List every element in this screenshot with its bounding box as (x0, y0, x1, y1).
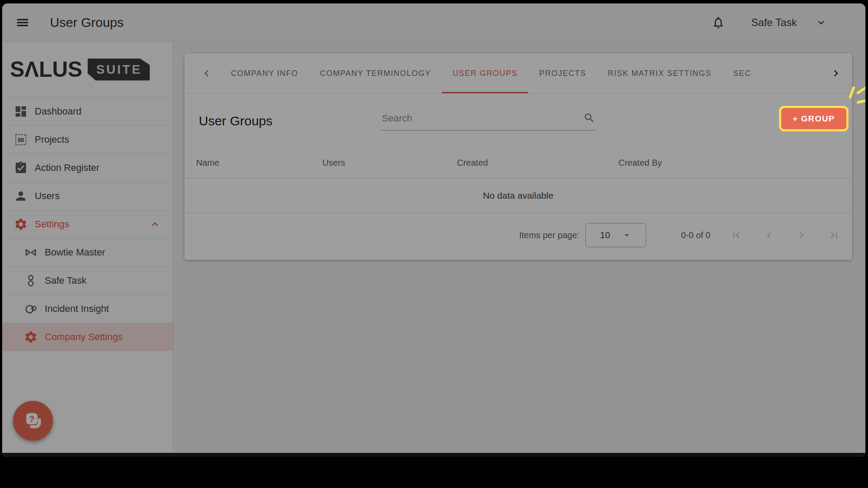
sidebar-item-label: Action Register (35, 162, 99, 174)
tabs-scroll-left-icon[interactable] (200, 67, 213, 80)
person-icon (14, 189, 28, 203)
search-icon (583, 112, 595, 124)
sidebar-item-label: Company Settings (45, 331, 123, 343)
sidebar-item-company-settings[interactable]: Company Settings (2, 323, 173, 351)
sidebar-item-safe-task[interactable]: Safe Task (2, 266, 173, 295)
gear-icon (24, 330, 38, 344)
sidebar-item-action-register[interactable]: Action Register (2, 154, 173, 182)
empty-state-message: No data available (184, 178, 852, 213)
page-title: User Groups (50, 15, 124, 30)
last-page-icon[interactable] (828, 229, 840, 241)
settings-card: COMPANY INFO COMPANY TERMINOLOGY USER GR… (184, 53, 852, 260)
gear-icon (14, 217, 28, 231)
first-page-icon[interactable] (730, 229, 742, 241)
logo: SΛLUS SUITE (2, 42, 173, 97)
logo-suite-badge: SUITE (88, 59, 150, 81)
sidebar-item-label: Bowtie Master (45, 247, 105, 258)
sidebar-item-label: Incident Insight (45, 303, 109, 314)
sidebar-item-label: Settings (35, 219, 69, 230)
sidebar-item-label: Projects (35, 134, 69, 145)
incident-insight-icon (24, 302, 38, 316)
dropdown-caret-icon (621, 230, 632, 240)
top-bar: User Groups Safe Task (2, 3, 865, 42)
search-input[interactable] (381, 111, 596, 131)
tab-user-groups[interactable]: USER GROUPS (442, 53, 529, 93)
tab-company-terminology[interactable]: COMPANY TERMINOLOGY (309, 53, 442, 93)
chevron-down-icon[interactable] (815, 16, 827, 29)
menu-icon[interactable] (15, 15, 30, 30)
pagination-bar: Items per page: 10 0-0 of 0 (184, 213, 852, 257)
next-page-icon[interactable] (796, 229, 807, 241)
sidebar-item-label: Users (35, 190, 59, 202)
chevron-up-icon[interactable] (149, 218, 161, 230)
click-flash-annotation (843, 84, 865, 112)
clipboard-check-icon (14, 161, 28, 175)
logo-brand-text: SΛLUS (10, 57, 82, 82)
help-chat-icon: ? (22, 410, 44, 432)
bell-icon[interactable] (711, 16, 725, 29)
sidebar-item-users[interactable]: Users (2, 182, 173, 210)
sidebar-item-label: Dashboard (35, 106, 82, 117)
column-header-created-by: Created By (618, 158, 852, 168)
projects-grid-icon (14, 133, 28, 147)
page-size-select[interactable]: 10 (585, 223, 646, 247)
sidebar-item-incident-insight[interactable]: Incident Insight (2, 295, 173, 323)
page-size-value: 10 (600, 230, 610, 240)
column-header-name: Name (184, 158, 322, 168)
sidebar-item-settings[interactable]: Settings (2, 210, 173, 238)
table-header-row: Name Users Created Created By (184, 148, 852, 178)
workspace-selector[interactable]: Safe Task (751, 16, 797, 29)
dashboard-icon (14, 105, 28, 118)
sidebar-item-dashboard[interactable]: Dashboard (2, 97, 173, 125)
previous-page-icon[interactable] (763, 229, 775, 241)
column-header-users: Users (322, 158, 457, 168)
tab-risk-matrix-settings[interactable]: RISK MATRIX SETTINGS (597, 53, 722, 93)
tab-company-info[interactable]: COMPANY INFO (220, 53, 309, 93)
tab-strip: COMPANY INFO COMPANY TERMINOLOGY USER GR… (184, 53, 852, 94)
tab-projects[interactable]: PROJECTS (528, 53, 597, 93)
search-field (381, 111, 596, 131)
section-heading: User Groups (199, 114, 273, 128)
toolbar: User Groups + GROUP (184, 94, 852, 148)
help-button[interactable]: ? (13, 401, 53, 441)
tab-security-truncated[interactable]: SEC (722, 53, 762, 93)
add-group-button[interactable]: + GROUP (779, 106, 848, 131)
sidebar-item-bowtie-master[interactable]: Bowtie Master (2, 238, 173, 266)
items-per-page-label: Items per page: (519, 230, 579, 240)
sidebar: SΛLUS SUITE Dashboard Projects (2, 42, 174, 457)
sidebar-item-label: Safe Task (45, 275, 86, 286)
main-content: COMPANY INFO COMPANY TERMINOLOGY USER GR… (174, 42, 865, 457)
bowtie-icon (24, 246, 38, 259)
tabs-scroll-right-icon[interactable] (829, 67, 842, 80)
add-group-annotation: + GROUP (779, 106, 848, 131)
safe-task-icon (24, 274, 38, 288)
pagination-range-label: 0-0 of 0 (681, 230, 710, 240)
column-header-created: Created (457, 158, 618, 168)
app-window: User Groups Safe Task SΛLUS SUITE Dashbo… (2, 3, 865, 457)
svg-text:?: ? (29, 414, 34, 424)
window-bottom-edge (2, 453, 865, 457)
sidebar-item-projects[interactable]: Projects (2, 125, 173, 154)
